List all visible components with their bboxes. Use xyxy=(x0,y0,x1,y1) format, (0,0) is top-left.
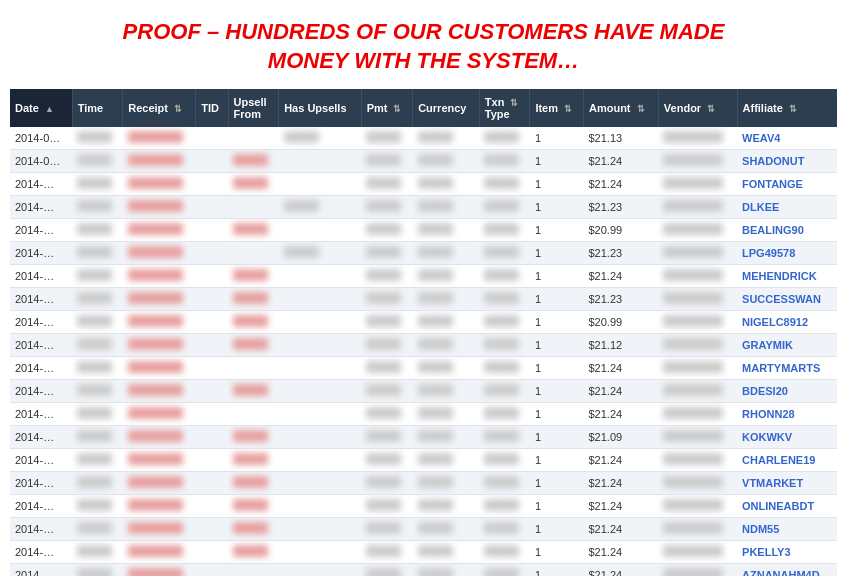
cell-txn-type xyxy=(479,472,530,495)
col-upsell-from[interactable]: UpsellFrom xyxy=(228,89,279,127)
cell-has-upsells xyxy=(279,380,361,403)
cell-pmt xyxy=(361,150,413,173)
cell-txn-type xyxy=(479,127,530,150)
cell-currency xyxy=(413,288,480,311)
cell-pmt xyxy=(361,564,413,576)
cell-time xyxy=(72,449,123,472)
cell-amount: $21.24 xyxy=(583,150,658,173)
cell-has-upsells xyxy=(279,265,361,288)
cell-receipt xyxy=(123,403,196,426)
col-has-upsells[interactable]: Has Upsells xyxy=(279,89,361,127)
cell-time xyxy=(72,518,123,541)
cell-item: 1 xyxy=(530,426,584,449)
col-pmt[interactable]: Pmt ⇅ xyxy=(361,89,413,127)
cell-affiliate: SUCCESSWAN xyxy=(737,288,837,311)
cell-amount: $20.99 xyxy=(583,219,658,242)
cell-amount: $21.09 xyxy=(583,426,658,449)
col-date[interactable]: Date ▲ xyxy=(10,89,72,127)
sort-icon-receipt: ⇅ xyxy=(174,104,182,114)
cell-tid xyxy=(196,150,228,173)
cell-receipt xyxy=(123,541,196,564)
cell-vendor xyxy=(658,288,737,311)
cell-has-upsells xyxy=(279,449,361,472)
cell-txn-type xyxy=(479,403,530,426)
cell-receipt xyxy=(123,426,196,449)
cell-upsell-from xyxy=(228,518,279,541)
cell-has-upsells xyxy=(279,564,361,576)
cell-time xyxy=(72,219,123,242)
cell-date: 2014-… xyxy=(10,426,72,449)
col-tid[interactable]: TID xyxy=(196,89,228,127)
cell-upsell-from xyxy=(228,541,279,564)
cell-upsell-from xyxy=(228,449,279,472)
cell-amount: $21.23 xyxy=(583,196,658,219)
col-amount[interactable]: Amount ⇅ xyxy=(583,89,658,127)
cell-receipt xyxy=(123,564,196,576)
cell-has-upsells xyxy=(279,196,361,219)
cell-time xyxy=(72,426,123,449)
cell-amount: $21.23 xyxy=(583,288,658,311)
cell-pmt xyxy=(361,518,413,541)
cell-has-upsells xyxy=(279,495,361,518)
cell-amount: $21.24 xyxy=(583,403,658,426)
table-header-row: Date ▲ Time Receipt ⇅ TID UpsellFrom Has… xyxy=(10,89,837,127)
col-vendor[interactable]: Vendor ⇅ xyxy=(658,89,737,127)
cell-vendor xyxy=(658,518,737,541)
cell-tid xyxy=(196,219,228,242)
table-row: 2014-…1$21.24RHONN28 xyxy=(10,403,837,426)
cell-affiliate: KOKWKV xyxy=(737,426,837,449)
col-time[interactable]: Time xyxy=(72,89,123,127)
col-affiliate[interactable]: Affiliate ⇅ xyxy=(737,89,837,127)
cell-upsell-from xyxy=(228,426,279,449)
col-receipt[interactable]: Receipt ⇅ xyxy=(123,89,196,127)
cell-vendor xyxy=(658,311,737,334)
cell-date: 2014-… xyxy=(10,449,72,472)
cell-vendor xyxy=(658,449,737,472)
cell-item: 1 xyxy=(530,380,584,403)
cell-date: 2014-… xyxy=(10,541,72,564)
cell-date: 2014-… xyxy=(10,334,72,357)
cell-item: 1 xyxy=(530,242,584,265)
col-item[interactable]: Item ⇅ xyxy=(530,89,584,127)
cell-vendor xyxy=(658,173,737,196)
page-title: PROOF – HUNDREDS OF OUR CUSTOMERS HAVE M… xyxy=(20,18,827,75)
cell-vendor xyxy=(658,334,737,357)
cell-affiliate: NIGELC8912 xyxy=(737,311,837,334)
cell-tid xyxy=(196,426,228,449)
cell-pmt xyxy=(361,403,413,426)
cell-date: 2014-… xyxy=(10,242,72,265)
cell-date: 2014-… xyxy=(10,403,72,426)
cell-item: 1 xyxy=(530,288,584,311)
cell-time xyxy=(72,564,123,576)
cell-txn-type xyxy=(479,219,530,242)
cell-has-upsells xyxy=(279,288,361,311)
cell-upsell-from xyxy=(228,380,279,403)
cell-receipt xyxy=(123,518,196,541)
cell-receipt xyxy=(123,357,196,380)
cell-upsell-from xyxy=(228,472,279,495)
cell-currency xyxy=(413,265,480,288)
sort-icon-pmt: ⇅ xyxy=(393,104,401,114)
cell-has-upsells xyxy=(279,403,361,426)
cell-txn-type xyxy=(479,564,530,576)
cell-tid xyxy=(196,173,228,196)
cell-upsell-from xyxy=(228,334,279,357)
cell-pmt xyxy=(361,127,413,150)
cell-vendor xyxy=(658,426,737,449)
cell-amount: $21.24 xyxy=(583,357,658,380)
cell-tid xyxy=(196,127,228,150)
cell-affiliate: BDESI20 xyxy=(737,380,837,403)
cell-receipt xyxy=(123,150,196,173)
cell-vendor xyxy=(658,150,737,173)
cell-receipt xyxy=(123,265,196,288)
col-currency[interactable]: Currency xyxy=(413,89,480,127)
cell-currency xyxy=(413,334,480,357)
col-txn-type[interactable]: Txn ⇅Type xyxy=(479,89,530,127)
cell-affiliate: MARTYMARTS xyxy=(737,357,837,380)
cell-receipt xyxy=(123,380,196,403)
cell-date: 2014-… xyxy=(10,265,72,288)
table-row: 2014-…1$21.24MEHENDRICK xyxy=(10,265,837,288)
table-row: 2014-…1$21.09KOKWKV xyxy=(10,426,837,449)
cell-tid xyxy=(196,288,228,311)
cell-time xyxy=(72,403,123,426)
